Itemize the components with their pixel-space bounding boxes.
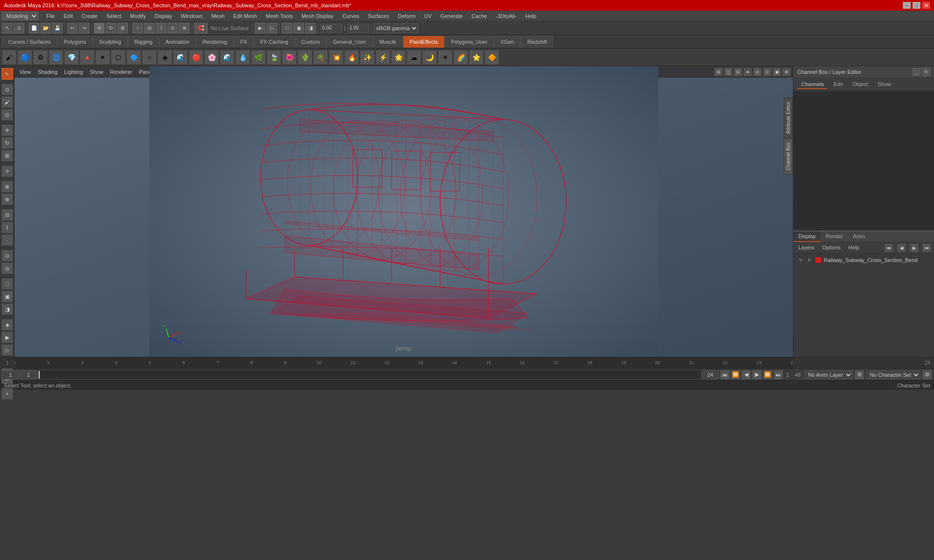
menu-curves[interactable]: Curves (339, 11, 363, 21)
shelf-icon-11[interactable]: ◈ (158, 50, 172, 65)
lt-paint-tool[interactable]: 🖌 (1, 96, 13, 108)
shelf-icon-17[interactable]: 🌿 (251, 50, 266, 65)
shelf-icon-12[interactable]: 🌊 (173, 50, 188, 65)
le-tab-display[interactable]: Display (793, 231, 821, 242)
shelf-icon-29[interactable]: ☀ (438, 50, 452, 65)
tb-display-2[interactable]: ▣ (293, 23, 304, 34)
tab-muscle[interactable]: Muscle (373, 36, 403, 48)
lt-rotate-tool[interactable]: ↻ (1, 137, 13, 149)
shelf-icon-26[interactable]: 🌟 (391, 50, 406, 65)
tb-display-3[interactable]: ◨ (305, 23, 316, 34)
layer-row-1[interactable]: V P Railway_Subway_Cross_Section_Bend (795, 256, 932, 264)
menu-mesh-tools[interactable]: Mesh Tools (262, 11, 296, 21)
shelf-icon-16[interactable]: 💧 (235, 50, 250, 65)
shelf-icon-31[interactable]: ⭐ (469, 50, 484, 65)
le-menu-help[interactable]: Help (846, 244, 862, 252)
menu-modify[interactable]: Modify (126, 11, 149, 21)
shelf-icon-2[interactable]: 🔵 (18, 50, 32, 65)
tb-value-input[interactable] (320, 24, 342, 33)
shelf-icon-23[interactable]: 🔥 (344, 50, 359, 65)
anim-play-fwd[interactable]: ▶ (752, 370, 762, 380)
lt-display-2[interactable]: ▣ (1, 291, 13, 302)
menu-mesh[interactable]: Mesh (207, 11, 228, 21)
timeline[interactable]: 1 12345678910111213141516171819202122232… (0, 357, 934, 368)
tb-select-btn[interactable]: ↖ (2, 23, 13, 34)
menu-generate[interactable]: Generate (436, 11, 467, 21)
lt-sculpt-tool[interactable]: ◎ (1, 109, 13, 121)
lt-bottom-btn[interactable]: + (1, 388, 13, 400)
lt-snap-grid[interactable]: ⊟ (1, 209, 13, 221)
shelf-icon-21[interactable]: 🌴 (313, 50, 328, 65)
shelf-icon-4[interactable]: 🌀 (49, 50, 63, 65)
tb-move-btn[interactable]: ✛ (94, 23, 105, 34)
maximize-button[interactable]: □ (913, 2, 920, 9)
tb-soft-btn[interactable]: ○ (132, 23, 143, 34)
le-tab-render[interactable]: Render (821, 231, 848, 242)
lt-edit-pivot[interactable]: ⊙ (1, 250, 13, 262)
lt-display-1[interactable]: □ (1, 278, 13, 290)
layer-vis-p[interactable]: P (806, 257, 813, 263)
channel-box-side-tab[interactable]: Channel Box (784, 138, 793, 175)
shelf-icon-32[interactable]: 🔶 (485, 50, 499, 65)
viewport[interactable]: View Shading Lighting Show Renderer Pane… (15, 66, 793, 357)
lt-snap-curve[interactable]: ⌇ (1, 222, 13, 233)
lt-select-tool[interactable]: ↖ (1, 68, 13, 80)
menu-uv[interactable]: UV (420, 11, 435, 21)
char-set-settings[interactable]: ⚙ (922, 370, 932, 380)
cb-close[interactable]: ✕ (922, 68, 930, 76)
menu-deform[interactable]: Deform (394, 11, 419, 21)
menu-cache[interactable]: Cache (467, 11, 491, 21)
layer-vis-v[interactable]: V (797, 257, 804, 263)
tab-custom[interactable]: Custom (295, 36, 326, 48)
lt-scale-tool[interactable]: ⊞ (1, 150, 13, 161)
cb-tab-edit[interactable]: Edit (829, 80, 846, 89)
tb-snap-curve[interactable]: ⌇ (156, 23, 166, 34)
tb-undo-btn[interactable]: ↩ (67, 23, 78, 34)
menu-windows[interactable]: Windows (177, 11, 207, 21)
current-frame-input[interactable] (20, 370, 37, 379)
end-frame-input[interactable] (702, 370, 719, 379)
lt-universal-tool[interactable]: ☩ (1, 165, 13, 177)
anim-step-fwd[interactable]: ⏩ (763, 370, 772, 380)
char-set-select[interactable]: No Character Set (866, 370, 920, 379)
shelf-icon-28[interactable]: 🌙 (422, 50, 437, 65)
menu-display[interactable]: Display (151, 11, 176, 21)
shelf-icon-18[interactable]: 🍃 (267, 50, 281, 65)
menu-3dtall[interactable]: -3DtoAll- (492, 11, 521, 21)
tb-snap-pt[interactable]: ⊙ (167, 23, 178, 34)
le-btn-end[interactable]: ⏭ (922, 244, 931, 252)
tb-render-btn[interactable]: ▶ (255, 23, 266, 34)
tb-snap-grid[interactable]: ⊟ (144, 23, 155, 34)
shelf-icon-10[interactable]: ○ (142, 50, 157, 65)
menu-surfaces[interactable]: Surfaces (364, 11, 393, 21)
anim-play-back[interactable]: ◀ (741, 370, 751, 380)
cb-tab-show[interactable]: Show (874, 80, 895, 89)
tb-ipr-btn[interactable]: ▷ (267, 23, 277, 34)
shelf-icon-30[interactable]: 🌈 (453, 50, 468, 65)
lt-snap-pt[interactable]: · (1, 234, 13, 246)
le-btn-prev[interactable]: ◀ (897, 244, 906, 252)
tab-curves-surfaces[interactable]: Curves / Surfaces (2, 36, 57, 48)
tab-polygons[interactable]: Polygons (57, 36, 92, 48)
close-button[interactable]: ✕ (922, 2, 930, 9)
le-btn-back[interactable]: ⏮ (884, 244, 893, 252)
start-frame-input[interactable] (2, 370, 19, 379)
tab-polygons-user[interactable]: Polygons_User (445, 36, 494, 48)
tab-sculpting[interactable]: Sculpting (93, 36, 127, 48)
menu-file[interactable]: File (42, 11, 59, 21)
shelf-icon-8[interactable]: ⬡ (111, 50, 126, 65)
lt-soft-select[interactable]: ⊗ (1, 181, 13, 192)
shelf-icon-20[interactable]: 🌵 (298, 50, 312, 65)
tab-redshift[interactable]: Redshift (521, 36, 553, 48)
anim-bar[interactable] (38, 370, 701, 379)
menu-help[interactable]: Help (521, 11, 540, 21)
attr-editor-tab[interactable]: Attribute Editor (784, 97, 793, 138)
workspace-dropdown[interactable]: Modeling (2, 12, 38, 20)
menu-select[interactable]: Select (103, 11, 126, 21)
shelf-icon-27[interactable]: ☁ (407, 50, 421, 65)
shelf-icon-19[interactable]: 🌺 (282, 50, 297, 65)
lt-ipr[interactable]: ▷ (1, 344, 13, 356)
color-space-select[interactable]: sRGB gamma (374, 23, 418, 33)
timeline-ruler[interactable]: 123456789101112131415161718192021222324 (15, 357, 793, 368)
tb-display-1[interactable]: □ (282, 23, 292, 34)
